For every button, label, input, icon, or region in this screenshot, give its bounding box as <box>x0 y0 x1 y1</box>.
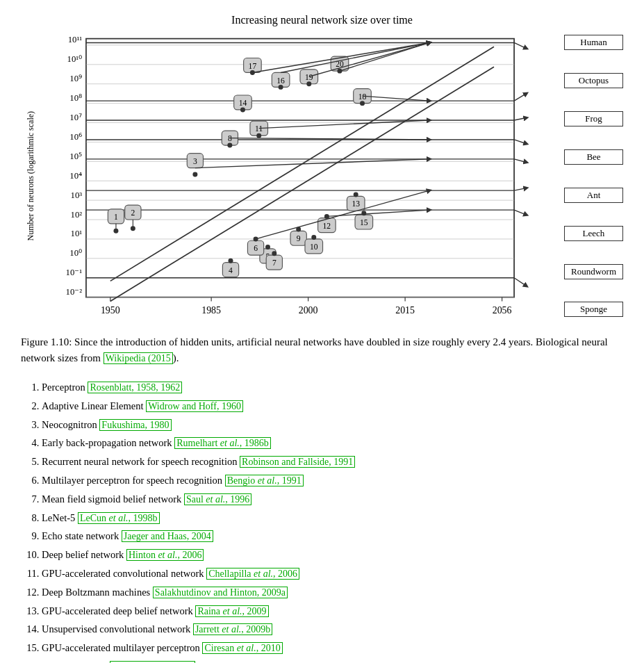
bio-labels-container: Human Octopus Frog Bee Ant Leech Roundwo… <box>564 31 623 322</box>
ref-link[interactable]: Bengio et al., 1991 <box>225 475 304 486</box>
chart-svg: 10⁻² 10⁻¹ 10⁰ 10¹ 10² 10³ 10⁴ 10⁵ 10⁶ 10… <box>42 31 559 322</box>
svg-text:17: 17 <box>249 62 257 71</box>
svg-text:10¹: 10¹ <box>71 229 83 238</box>
item-text: Mean field sigmoid belief network <box>42 493 184 505</box>
ref-link[interactable]: Widrow and Hoff, 1960 <box>146 400 243 412</box>
bio-label-human: Human <box>564 35 623 50</box>
svg-text:10⁹: 10⁹ <box>69 74 82 83</box>
svg-text:6: 6 <box>254 244 258 253</box>
ref-link[interactable]: Hinton et al., 2006 <box>126 549 204 561</box>
svg-text:4: 4 <box>229 266 233 275</box>
list-item: Mean field sigmoid belief network Saul e… <box>42 491 623 508</box>
svg-text:15: 15 <box>360 218 368 227</box>
svg-text:10⁻¹: 10⁻¹ <box>66 268 83 277</box>
list-item: Echo state network Jaeger and Haas, 2004 <box>42 527 623 545</box>
svg-text:10⁷: 10⁷ <box>69 113 82 122</box>
ref-link[interactable]: Chellapilla et al., 2006 <box>206 568 299 580</box>
svg-text:14: 14 <box>239 99 247 108</box>
svg-text:7: 7 <box>272 259 276 268</box>
svg-text:1950: 1950 <box>101 305 120 316</box>
svg-point-105 <box>306 81 311 86</box>
y-axis-label: Number of neurons (logarithmic scale) <box>21 31 40 322</box>
svg-point-93 <box>361 211 366 215</box>
svg-text:18: 18 <box>358 92 367 101</box>
svg-point-78 <box>311 235 316 240</box>
figure-caption: Figure 1.10: Since the introduction of h… <box>21 334 618 367</box>
list-item: Deep Boltzmann machines Salakhutdinov an… <box>42 584 623 601</box>
reference-list: Perceptron Rosenblatt, 1958, 1962 Adapti… <box>42 379 623 663</box>
svg-text:10¹⁰: 10¹⁰ <box>67 54 83 64</box>
svg-text:10⁴: 10⁴ <box>69 171 82 181</box>
item-text: Deep belief network <box>42 549 126 560</box>
ref-link[interactable]: Salakhutdinov and Hinton, 2009a <box>153 587 288 598</box>
svg-text:2000: 2000 <box>299 305 318 316</box>
svg-text:9: 9 <box>297 234 301 243</box>
item-text: GPU-accelerated multilayer perceptron <box>42 642 202 653</box>
svg-line-126 <box>514 188 526 190</box>
item-text: Neocognitron <box>42 419 99 430</box>
svg-line-128 <box>514 278 526 286</box>
ref-link[interactable]: Saul et al., 1996 <box>184 493 251 505</box>
svg-line-122 <box>514 94 526 101</box>
ref-link[interactable]: Jarrett et al., 2009b <box>193 623 272 635</box>
svg-text:2: 2 <box>131 208 135 218</box>
svg-point-69 <box>272 251 276 256</box>
svg-text:10⁸: 10⁸ <box>69 93 82 103</box>
svg-text:2056: 2056 <box>493 305 512 316</box>
svg-text:10²: 10² <box>71 210 83 220</box>
svg-text:10³: 10³ <box>71 190 83 200</box>
list-item: Deep belief network Hinton et al., 2006 <box>42 546 623 564</box>
svg-text:10⁵: 10⁵ <box>69 152 82 161</box>
ref-link[interactable]: LeCun et al., 1998b <box>78 512 160 524</box>
svg-line-124 <box>514 140 526 144</box>
wikipedia-link[interactable]: Wikipedia (2015 <box>104 352 173 364</box>
ref-link[interactable]: Fukushima, 1980 <box>99 419 171 431</box>
svg-text:8: 8 <box>228 134 232 143</box>
list-item: LeNet-5 LeCun et al., 1998b <box>42 509 623 527</box>
ref-link[interactable]: Rumelhart et al., 1986b <box>174 437 271 449</box>
svg-point-102 <box>360 101 365 106</box>
list-item: Recurrent neural network for speech reco… <box>42 453 623 470</box>
ref-link[interactable]: Robinson and Fallside, 1991 <box>240 456 355 468</box>
svg-point-57 <box>192 172 197 177</box>
svg-point-81 <box>256 133 261 138</box>
item-text: Recurrent neural network for speech reco… <box>42 456 240 467</box>
list-item: GPU-accelerated convolutional network Ch… <box>42 565 623 582</box>
svg-text:12: 12 <box>323 222 331 231</box>
item-text: Deep Boltzmann machines <box>42 587 153 598</box>
svg-point-96 <box>279 85 283 90</box>
svg-line-127 <box>514 210 526 215</box>
item-text: Multilayer perceptron for speech recogni… <box>42 475 225 486</box>
item-text: Unsupervised convolutional network <box>42 623 193 635</box>
item-text: GPU-accelerated convolutional network <box>42 568 206 579</box>
svg-text:2015: 2015 <box>395 305 415 316</box>
svg-point-63 <box>265 245 270 249</box>
list-item: GPU-accelerated deep belief network Rain… <box>42 603 623 620</box>
list-item: OMP-1 network Coates and Ng, 2011 <box>42 658 623 663</box>
svg-point-72 <box>227 143 232 148</box>
item-text: GPU-accelerated deep belief network <box>42 605 195 616</box>
bio-label-ant: Ant <box>564 188 623 203</box>
ref-link[interactable]: Raina et al., 2009 <box>195 605 268 617</box>
list-item: Multilayer perceptron for speech recogni… <box>42 472 623 489</box>
bio-label-bee: Bee <box>564 149 623 165</box>
item-text: LeNet-5 <box>42 512 78 523</box>
svg-text:10⁻²: 10⁻² <box>66 287 83 297</box>
svg-text:10: 10 <box>310 243 318 252</box>
svg-text:19: 19 <box>305 73 313 82</box>
list-item: Adaptive Linear Element Widrow and Hoff,… <box>42 398 623 415</box>
svg-line-123 <box>514 118 526 120</box>
chart-title: Increasing neural network size over time <box>231 14 413 26</box>
bio-label-sponge: Sponge <box>564 302 623 317</box>
svg-text:10⁶: 10⁶ <box>69 132 82 142</box>
bio-label-roundworm: Roundworm <box>564 264 623 279</box>
svg-point-87 <box>354 193 358 197</box>
svg-line-125 <box>514 159 526 163</box>
ref-link[interactable]: Ciresan et al., 2010 <box>202 642 282 654</box>
bio-label-frog: Frog <box>564 111 623 126</box>
caption-suffix: ). <box>173 352 179 363</box>
svg-text:1985: 1985 <box>201 305 221 316</box>
ref-link[interactable]: Jaeger and Haas, 2004 <box>122 530 213 542</box>
ref-link[interactable]: Rosenblatt, 1958, 1962 <box>88 382 182 393</box>
chart-container: Increasing neural network size over time… <box>21 14 623 322</box>
